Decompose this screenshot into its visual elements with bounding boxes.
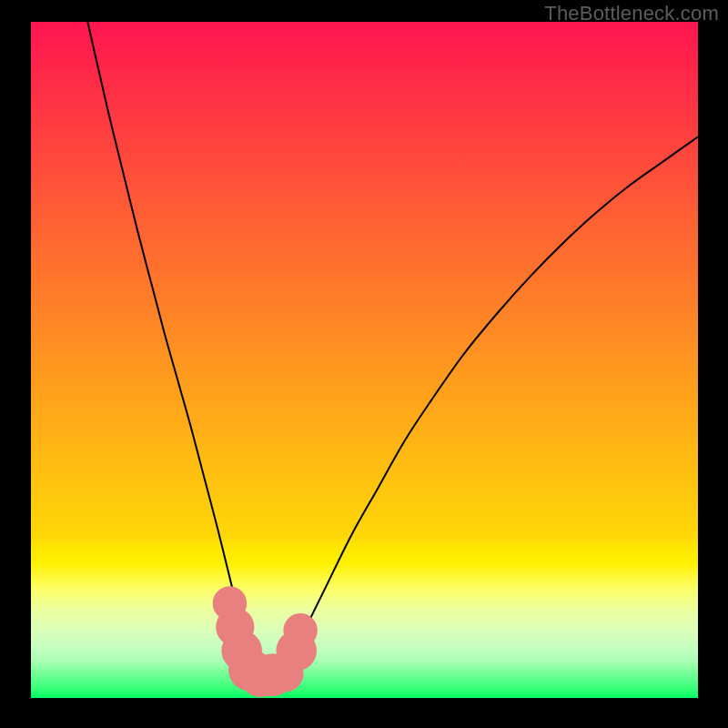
- watermark-text: TheBottleneck.com: [544, 2, 719, 25]
- gradient-background: [31, 22, 698, 698]
- plot-area: [31, 22, 698, 698]
- marker-point: [283, 613, 318, 648]
- plot-svg: [31, 22, 698, 698]
- chart-stage: TheBottleneck.com: [0, 0, 728, 728]
